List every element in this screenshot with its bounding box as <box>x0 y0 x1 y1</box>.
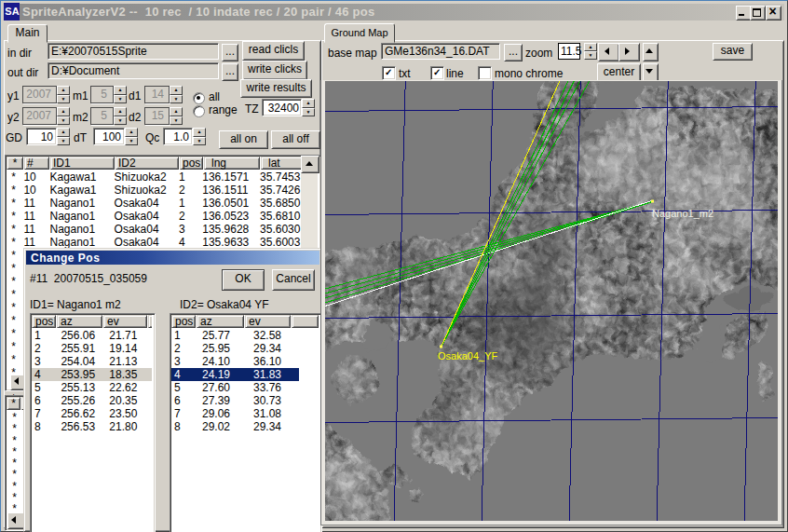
svg-text:Nagano1_m2: Nagano1_m2 <box>652 208 713 219</box>
svg-text:Osaka04_YF: Osaka04_YF <box>438 350 497 361</box>
